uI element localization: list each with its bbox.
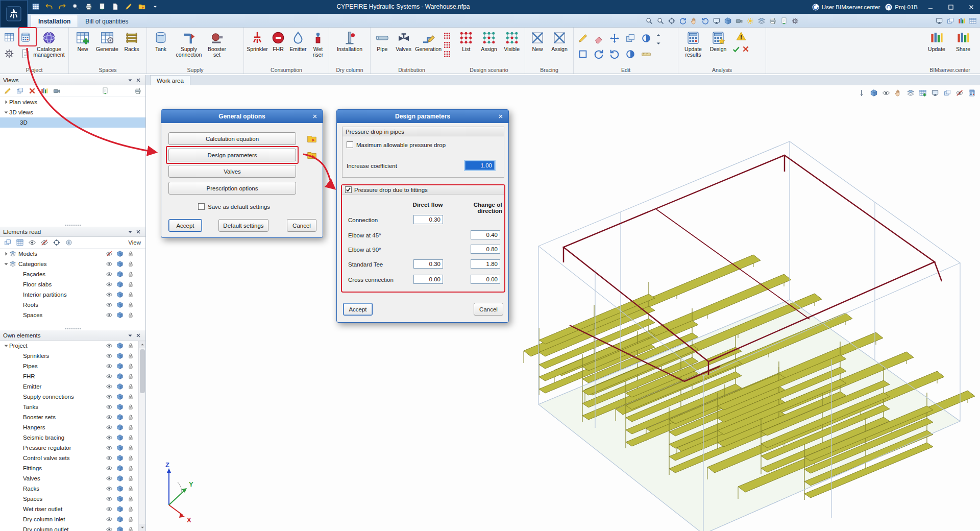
lock-icon[interactable] [127,403,134,411]
calculation-equation-button[interactable]: Calculation equation [168,132,296,145]
show-hide-icon[interactable] [954,88,965,98]
duplicate-view-icon[interactable] [15,86,25,96]
lock-icon[interactable] [127,505,134,513]
move-icon[interactable] [607,31,622,46]
chart-icon[interactable] [957,16,967,26]
category-tree-item[interactable]: Façades [0,269,145,279]
emitter-button[interactable]: Emitter [287,29,309,52]
tree-item-categories[interactable]: Categories [0,259,145,269]
own-element-tree-item[interactable]: Dry column inlet [0,514,145,524]
isolate-icon[interactable] [52,237,62,248]
lock-icon[interactable] [127,301,134,308]
own-element-tree-item[interactable]: Pressure regulator [0,443,145,453]
accept-button[interactable]: Accept [168,219,202,232]
lock-icon[interactable] [127,465,134,472]
chevron-right-icon[interactable] [3,99,9,105]
cube-icon[interactable] [116,291,124,298]
edit-resources-icon[interactable] [124,2,134,12]
default-settings-button[interactable]: Default settings [218,219,268,232]
tile-windows-icon[interactable] [945,16,955,26]
pipe-button[interactable]: Pipe [372,29,393,52]
eye-icon[interactable] [106,434,113,441]
scenario-assign-button[interactable]: Assign [478,29,501,52]
cross-icon[interactable] [742,45,750,53]
eye-icon[interactable] [106,454,113,462]
lock-icon[interactable] [127,373,134,380]
app-menu-button[interactable] [0,0,28,28]
generation-button[interactable]: Generation [414,29,442,52]
collapse-panel-icon[interactable] [126,228,134,235]
lock-icon[interactable] [127,352,134,359]
cross-change-input[interactable]: 0.00 [471,275,500,284]
tee-direct-input[interactable]: 0.30 [413,259,443,269]
eye-icon[interactable] [106,495,113,502]
checkbox-unchecked-icon[interactable] [198,203,205,210]
own-element-tree-item[interactable]: Supply connections [0,392,145,402]
lock-icon[interactable] [127,291,134,298]
own-element-tree-item[interactable]: Racks [0,484,145,494]
elbow90-change-input[interactable]: 0.80 [471,245,500,254]
chevron-down-icon[interactable] [3,343,9,349]
sort-views-icon[interactable] [39,86,50,96]
chevron-down-icon[interactable] [3,109,9,115]
print-view-icon[interactable] [768,16,778,26]
view-settings-icon[interactable] [790,16,800,26]
lock-icon[interactable] [127,250,134,257]
lock-icon[interactable] [127,424,134,431]
takeoff-icon[interactable] [967,88,977,98]
cross-direct-input[interactable]: 0.00 [413,275,443,284]
undo-icon[interactable] [44,2,54,12]
lock-icon[interactable] [127,475,134,482]
close-panel-icon[interactable] [134,228,142,235]
lock-icon[interactable] [127,260,134,268]
close-icon[interactable] [310,112,320,121]
scroll-down-icon[interactable] [139,524,145,531]
eye-icon[interactable] [106,301,113,308]
tab-installation[interactable]: Installation [31,15,78,27]
cube-icon[interactable] [116,424,124,431]
lock-icon[interactable] [127,271,134,278]
eye-icon[interactable] [106,281,113,288]
bracing-new-button[interactable]: New [527,29,548,52]
update-results-button[interactable]: Update results [680,29,706,58]
panel-splitter[interactable] [0,223,145,227]
rectangle-icon[interactable] [575,46,591,62]
scrollbar-thumb[interactable] [140,349,145,393]
lock-icon[interactable] [127,444,134,451]
cube-icon[interactable] [116,403,124,411]
prescription-options-button[interactable]: Prescription options [168,182,296,195]
catalogue-management-button[interactable]: Catalogue management [33,29,65,58]
eye-icon[interactable] [106,311,113,319]
hide-all-icon[interactable] [39,237,50,248]
edit-view-icon[interactable] [3,86,13,96]
category-tree-item[interactable]: Floor slabs [0,279,145,289]
eye-icon[interactable] [106,291,113,298]
rotate-cw-icon[interactable] [591,46,606,62]
new-window-icon[interactable] [934,16,944,26]
accept-button[interactable]: Accept [343,303,373,316]
layer-stack-icon[interactable] [905,88,916,98]
eye-icon[interactable] [106,260,113,268]
category-tree-item[interactable]: Interior partitions [0,289,145,300]
cube-icon[interactable] [116,465,124,472]
order-up-icon[interactable] [655,32,662,39]
panel-splitter[interactable] [0,327,145,330]
own-element-tree-item[interactable]: Hangers [0,422,145,432]
cube-icon[interactable] [116,342,124,349]
sprinkler-button[interactable]: Sprinkler [246,29,269,52]
scenario-visible-button[interactable]: Visible [500,29,523,52]
cube-icon[interactable] [116,311,124,319]
pan-view-icon[interactable] [893,88,903,98]
cube-icon[interactable] [116,414,124,421]
eye-icon[interactable] [106,465,113,472]
tree-item-3d-views[interactable]: 3D views [0,107,145,117]
tank-button[interactable]: Tank [149,29,173,52]
own-element-tree-item[interactable]: Pipes [0,361,145,371]
info-icon[interactable] [64,237,74,248]
eye-icon[interactable] [106,383,113,390]
cube-icon[interactable] [116,383,124,390]
edit-pencil-icon[interactable] [575,31,591,46]
category-tree-item[interactable]: Spaces [0,310,145,320]
dialog-titlebar[interactable]: General options [161,110,323,123]
tree-item-plan-views[interactable]: Plan views [0,97,145,107]
